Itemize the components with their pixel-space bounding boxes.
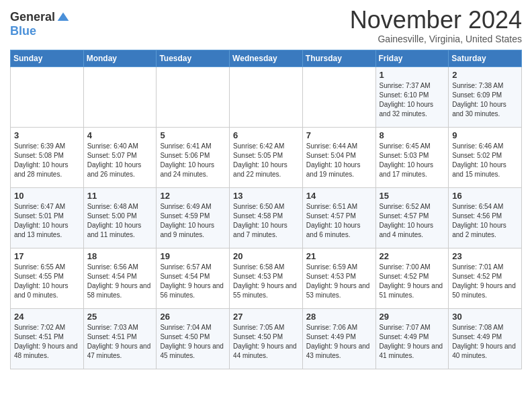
calendar-header-row: SundayMondayTuesdayWednesdayThursdayFrid… — [11, 50, 522, 66]
day-number: 16 — [452, 191, 518, 201]
day-info: Sunrise: 7:01 AM Sunset: 4:52 PM Dayligh… — [452, 263, 518, 300]
day-info: Sunrise: 7:05 AM Sunset: 4:50 PM Dayligh… — [233, 323, 299, 361]
day-info: Sunrise: 7:06 AM Sunset: 4:49 PM Dayligh… — [306, 323, 372, 361]
calendar-cell: 2Sunrise: 7:38 AM Sunset: 6:09 PM Daylig… — [449, 66, 522, 127]
day-number: 10 — [14, 191, 80, 201]
day-number: 14 — [306, 191, 372, 201]
calendar-cell: 3Sunrise: 6:39 AM Sunset: 5:08 PM Daylig… — [11, 127, 84, 187]
day-number: 24 — [14, 312, 80, 322]
day-info: Sunrise: 6:51 AM Sunset: 4:57 PM Dayligh… — [306, 202, 372, 240]
logo-blue-text: Blue — [10, 24, 36, 38]
calendar-cell: 30Sunrise: 7:08 AM Sunset: 4:49 PM Dayli… — [449, 308, 522, 369]
day-info: Sunrise: 6:48 AM Sunset: 5:00 PM Dayligh… — [87, 202, 153, 240]
day-info: Sunrise: 7:00 AM Sunset: 4:52 PM Dayligh… — [380, 263, 445, 300]
calendar-cell: 19Sunrise: 6:57 AM Sunset: 4:54 PM Dayli… — [157, 248, 230, 308]
day-info: Sunrise: 6:57 AM Sunset: 4:54 PM Dayligh… — [160, 263, 226, 300]
calendar-cell: 27Sunrise: 7:05 AM Sunset: 4:50 PM Dayli… — [230, 308, 303, 369]
day-number: 18 — [87, 251, 153, 261]
day-number: 27 — [233, 312, 299, 322]
day-header-saturday: Saturday — [449, 50, 522, 66]
day-number: 2 — [452, 70, 518, 80]
month-title: November 2024 — [350, 7, 522, 34]
day-number: 17 — [14, 251, 80, 261]
day-number: 8 — [380, 130, 445, 140]
calendar-cell: 14Sunrise: 6:51 AM Sunset: 4:57 PM Dayli… — [302, 187, 375, 248]
calendar-cell: 29Sunrise: 7:07 AM Sunset: 4:49 PM Dayli… — [375, 308, 449, 369]
calendar-cell — [302, 66, 375, 127]
calendar-cell: 16Sunrise: 6:54 AM Sunset: 4:56 PM Dayli… — [449, 187, 522, 248]
day-number: 25 — [87, 312, 153, 322]
day-header-tuesday: Tuesday — [157, 50, 230, 66]
calendar-cell: 6Sunrise: 6:42 AM Sunset: 5:05 PM Daylig… — [230, 127, 303, 187]
calendar-cell: 17Sunrise: 6:55 AM Sunset: 4:55 PM Dayli… — [11, 248, 84, 308]
calendar-cell: 22Sunrise: 7:00 AM Sunset: 4:52 PM Dayli… — [375, 248, 449, 308]
calendar-cell: 8Sunrise: 6:45 AM Sunset: 5:03 PM Daylig… — [375, 127, 449, 187]
day-info: Sunrise: 7:07 AM Sunset: 4:49 PM Dayligh… — [380, 323, 445, 361]
day-number: 26 — [160, 312, 226, 322]
title-block: November 2024 Gainesville, Virginia, Uni… — [350, 7, 522, 44]
calendar-cell: 21Sunrise: 6:59 AM Sunset: 4:53 PM Dayli… — [302, 248, 375, 308]
calendar-cell: 7Sunrise: 6:44 AM Sunset: 5:04 PM Daylig… — [302, 127, 375, 187]
calendar-cell: 28Sunrise: 7:06 AM Sunset: 4:49 PM Dayli… — [302, 308, 375, 369]
logo-icon — [56, 11, 70, 24]
calendar-cell: 26Sunrise: 7:04 AM Sunset: 4:50 PM Dayli… — [157, 308, 230, 369]
calendar-week-row: 24Sunrise: 7:02 AM Sunset: 4:51 PM Dayli… — [11, 308, 522, 369]
day-header-wednesday: Wednesday — [230, 50, 303, 66]
calendar-table: SundayMondayTuesdayWednesdayThursdayFrid… — [10, 50, 522, 369]
day-number: 11 — [87, 191, 153, 201]
calendar-cell — [157, 66, 230, 127]
calendar-cell: 23Sunrise: 7:01 AM Sunset: 4:52 PM Dayli… — [449, 248, 522, 308]
day-number: 30 — [452, 312, 518, 322]
day-number: 13 — [233, 191, 299, 201]
day-info: Sunrise: 7:03 AM Sunset: 4:51 PM Dayligh… — [87, 323, 153, 361]
logo: General Blue — [10, 10, 70, 38]
calendar-cell: 9Sunrise: 6:46 AM Sunset: 5:02 PM Daylig… — [449, 127, 522, 187]
calendar-cell: 24Sunrise: 7:02 AM Sunset: 4:51 PM Dayli… — [11, 308, 84, 369]
day-number: 23 — [452, 251, 518, 261]
calendar-cell: 25Sunrise: 7:03 AM Sunset: 4:51 PM Dayli… — [83, 308, 157, 369]
day-number: 5 — [160, 130, 226, 140]
calendar-week-row: 17Sunrise: 6:55 AM Sunset: 4:55 PM Dayli… — [11, 248, 522, 308]
day-header-friday: Friday — [375, 50, 449, 66]
day-info: Sunrise: 6:47 AM Sunset: 5:01 PM Dayligh… — [14, 202, 80, 240]
day-info: Sunrise: 7:02 AM Sunset: 4:51 PM Dayligh… — [14, 323, 80, 361]
day-info: Sunrise: 7:08 AM Sunset: 4:49 PM Dayligh… — [452, 323, 518, 361]
calendar-week-row: 10Sunrise: 6:47 AM Sunset: 5:01 PM Dayli… — [11, 187, 522, 248]
day-header-sunday: Sunday — [11, 50, 84, 66]
day-info: Sunrise: 6:58 AM Sunset: 4:53 PM Dayligh… — [233, 263, 299, 300]
day-info: Sunrise: 6:55 AM Sunset: 4:55 PM Dayligh… — [14, 263, 80, 300]
calendar-cell — [230, 66, 303, 127]
day-info: Sunrise: 6:50 AM Sunset: 4:58 PM Dayligh… — [233, 202, 299, 240]
day-info: Sunrise: 6:46 AM Sunset: 5:02 PM Dayligh… — [452, 142, 518, 179]
calendar-cell: 11Sunrise: 6:48 AM Sunset: 5:00 PM Dayli… — [83, 187, 157, 248]
calendar-week-row: 1Sunrise: 7:37 AM Sunset: 6:10 PM Daylig… — [11, 66, 522, 127]
calendar-cell: 18Sunrise: 6:56 AM Sunset: 4:54 PM Dayli… — [83, 248, 157, 308]
day-info: Sunrise: 6:49 AM Sunset: 4:59 PM Dayligh… — [160, 202, 226, 240]
calendar-cell — [83, 66, 157, 127]
day-number: 9 — [452, 130, 518, 140]
day-number: 28 — [306, 312, 372, 322]
day-number: 1 — [380, 70, 445, 80]
calendar-week-row: 3Sunrise: 6:39 AM Sunset: 5:08 PM Daylig… — [11, 127, 522, 187]
calendar-cell — [11, 66, 84, 127]
day-info: Sunrise: 6:59 AM Sunset: 4:53 PM Dayligh… — [306, 263, 372, 300]
calendar-cell: 20Sunrise: 6:58 AM Sunset: 4:53 PM Dayli… — [230, 248, 303, 308]
day-number: 12 — [160, 191, 226, 201]
day-info: Sunrise: 6:40 AM Sunset: 5:07 PM Dayligh… — [87, 142, 153, 179]
day-number: 21 — [306, 251, 372, 261]
day-info: Sunrise: 7:37 AM Sunset: 6:10 PM Dayligh… — [380, 81, 445, 119]
day-info: Sunrise: 7:38 AM Sunset: 6:09 PM Dayligh… — [452, 81, 518, 119]
day-header-monday: Monday — [83, 50, 157, 66]
logo-general-text: General — [10, 10, 55, 24]
calendar-cell: 12Sunrise: 6:49 AM Sunset: 4:59 PM Dayli… — [157, 187, 230, 248]
day-number: 15 — [380, 191, 445, 201]
day-info: Sunrise: 6:56 AM Sunset: 4:54 PM Dayligh… — [87, 263, 153, 300]
svg-marker-0 — [58, 12, 69, 21]
day-info: Sunrise: 6:39 AM Sunset: 5:08 PM Dayligh… — [14, 142, 80, 179]
day-number: 3 — [14, 130, 80, 140]
day-number: 4 — [87, 130, 153, 140]
day-info: Sunrise: 6:52 AM Sunset: 4:57 PM Dayligh… — [380, 202, 445, 240]
day-header-thursday: Thursday — [302, 50, 375, 66]
day-info: Sunrise: 6:54 AM Sunset: 4:56 PM Dayligh… — [452, 202, 518, 240]
location-text: Gainesville, Virginia, United States — [350, 34, 522, 44]
